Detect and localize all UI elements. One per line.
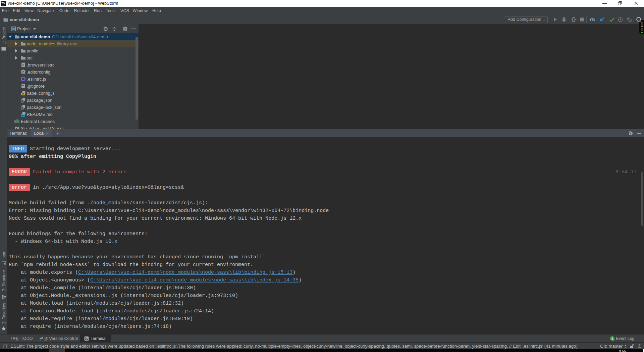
svg-text:{}: {} (21, 100, 24, 102)
svg-text:MD: MD (21, 115, 25, 117)
svg-text:{}: {} (21, 107, 24, 109)
svg-text:JS: JS (21, 93, 24, 95)
